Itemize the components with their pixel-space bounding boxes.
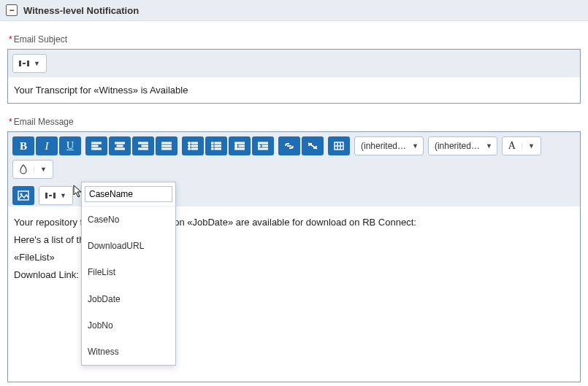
indent-icon — [258, 142, 268, 150]
text-style-group: B I U — [12, 136, 81, 155]
caret-down-icon: ▼ — [486, 142, 492, 150]
svg-rect-13 — [161, 145, 172, 147]
align-justify-button[interactable] — [156, 136, 177, 155]
svg-rect-25 — [211, 148, 213, 150]
font-family-select[interactable]: (inherited f... ▼ — [354, 136, 424, 155]
font-size-select[interactable]: (inherited s... ▼ — [428, 136, 497, 155]
svg-rect-26 — [215, 148, 221, 150]
svg-point-19 — [188, 148, 191, 150]
align-left-icon — [91, 142, 102, 150]
table-group — [328, 136, 350, 155]
svg-rect-20 — [191, 148, 198, 150]
subject-field[interactable]: Your Transcript for «Witness» is Availab… — [8, 77, 580, 103]
indent-button[interactable] — [252, 136, 274, 155]
svg-rect-7 — [117, 145, 123, 147]
svg-point-17 — [188, 145, 191, 147]
caret-down-icon: ▼ — [34, 166, 53, 173]
svg-rect-10 — [142, 145, 148, 147]
svg-rect-42 — [18, 191, 28, 200]
svg-point-43 — [20, 193, 23, 196]
svg-rect-16 — [191, 142, 198, 144]
caret-down-icon: ▼ — [34, 60, 40, 67]
svg-rect-1 — [27, 61, 29, 66]
bg-color-select[interactable]: ▼ — [12, 160, 53, 179]
svg-rect-12 — [161, 142, 172, 144]
svg-rect-38 — [335, 142, 343, 150]
svg-rect-24 — [215, 145, 221, 147]
svg-rect-45 — [53, 193, 56, 198]
email-subject-label: *Email Subject — [9, 34, 588, 45]
bold-button[interactable]: B — [12, 136, 34, 155]
link-group — [278, 136, 324, 155]
dropdown-item[interactable]: FileList — [82, 259, 175, 285]
section-title: Witness-level Notification — [23, 5, 139, 16]
align-right-icon — [138, 142, 148, 150]
svg-marker-28 — [234, 144, 237, 146]
insert-link-button[interactable] — [278, 136, 300, 155]
message-body[interactable]: Your repository files for «CaseName» on … — [8, 206, 580, 382]
svg-rect-8 — [115, 148, 125, 150]
list-group — [182, 136, 274, 155]
italic-button[interactable]: I — [36, 136, 58, 155]
svg-rect-18 — [191, 145, 198, 147]
insert-table-button[interactable] — [328, 136, 350, 155]
insert-image-button[interactable] — [12, 186, 34, 205]
align-right-button[interactable] — [132, 136, 154, 155]
merge-field-icon — [45, 191, 56, 200]
svg-rect-34 — [262, 145, 268, 147]
svg-rect-2 — [23, 63, 26, 64]
message-merge-field-button[interactable]: ▼ — [39, 186, 73, 205]
align-center-button[interactable] — [109, 136, 131, 155]
email-message-label-text: Email Message — [14, 117, 74, 127]
bullet-list-button[interactable] — [182, 136, 204, 155]
svg-rect-30 — [239, 145, 245, 147]
table-icon — [334, 142, 344, 150]
bullet-list-icon — [188, 142, 198, 150]
text-colour-icon: A — [503, 140, 522, 152]
align-left-button[interactable] — [85, 136, 107, 155]
required-marker: * — [9, 34, 12, 45]
outdent-button[interactable] — [229, 136, 251, 155]
unlink-icon — [307, 142, 318, 150]
caret-down-icon: ▼ — [60, 192, 66, 199]
dropdown-item[interactable]: CaseNo — [82, 206, 175, 233]
svg-rect-23 — [211, 145, 213, 147]
text-color-select[interactable]: A ▼ — [502, 136, 541, 155]
caret-down-icon: ▼ — [412, 142, 419, 150]
svg-rect-11 — [138, 148, 148, 150]
subject-editor: ▼ Your Transcript for «Witness» is Avail… — [7, 49, 581, 104]
merge-field-icon — [19, 59, 29, 68]
caret-down-icon: ▼ — [522, 142, 541, 150]
fill-colour-icon — [13, 164, 34, 174]
svg-rect-21 — [211, 142, 213, 144]
numbered-list-button[interactable] — [205, 136, 227, 155]
message-editor: B I U — [7, 131, 581, 382]
outdent-icon — [234, 142, 245, 150]
dropdown-item[interactable]: DownloadURL — [82, 233, 175, 259]
font-size-label: (inherited s... — [435, 141, 481, 151]
numbered-list-icon — [211, 142, 221, 150]
svg-rect-31 — [234, 148, 245, 150]
align-center-icon — [115, 142, 125, 150]
collapse-toggle-icon[interactable]: − — [6, 4, 18, 16]
svg-rect-14 — [161, 148, 172, 150]
svg-rect-4 — [91, 145, 98, 147]
svg-rect-44 — [45, 193, 47, 198]
dropdown-item[interactable]: JobNo — [82, 312, 175, 339]
svg-rect-6 — [115, 142, 125, 144]
svg-rect-35 — [258, 148, 268, 150]
svg-point-15 — [188, 142, 191, 144]
font-family-label: (inherited f... — [361, 141, 408, 151]
dropdown-item[interactable]: Witness — [82, 339, 175, 365]
image-icon — [18, 190, 29, 201]
subject-merge-field-button[interactable]: ▼ — [12, 54, 47, 73]
dropdown-search-input[interactable] — [85, 186, 172, 202]
subject-toolbar: ▼ — [8, 50, 580, 77]
section-header: − Witness-level Notification — [0, 0, 588, 21]
underline-button[interactable]: U — [59, 136, 81, 155]
svg-rect-32 — [258, 142, 268, 144]
remove-link-button[interactable] — [302, 136, 324, 155]
email-message-label: *Email Message — [9, 117, 588, 127]
dropdown-search-wrap — [82, 182, 175, 206]
dropdown-item[interactable]: JobDate — [82, 286, 175, 312]
